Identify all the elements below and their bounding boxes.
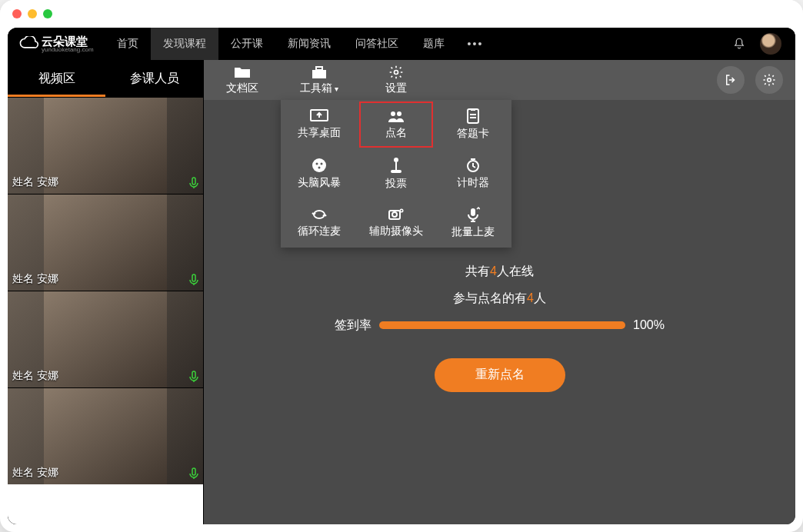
mic-up-icon [466,207,480,222]
svg-point-11 [321,163,323,165]
tool-rollcall[interactable]: 点名 [358,100,435,149]
attendance-rate-row: 签到率 100% [335,318,665,334]
gear-icon [388,65,404,80]
nav-open-class[interactable]: 公开课 [218,28,275,60]
svg-rect-0 [312,70,326,78]
tool-answer-card[interactable]: 答题卡 [435,100,511,149]
tool-timer[interactable]: 计时器 [435,149,511,198]
tool-loop-mic[interactable]: 循环连麦 [281,198,358,248]
participant-name: 姓名 安娜 [12,272,58,286]
mic-icon[interactable] [189,467,198,480]
settings-button[interactable]: 设置 [358,60,435,100]
folder-icon [234,65,251,80]
settings-circle-button[interactable] [755,66,783,94]
nav-more[interactable]: ••• [457,38,495,50]
tool-aux-camera[interactable]: 辅助摄像头 [358,198,435,248]
brand-name: 云朵课堂 [42,35,94,47]
toolbox-button[interactable]: 工具箱 [281,60,358,100]
window-titlebar [0,0,803,28]
tool-batch-mic[interactable]: 批量上麦 [435,198,511,248]
svg-point-12 [318,167,321,169]
rate-value: 100% [633,318,665,332]
close-dot[interactable] [12,9,22,18]
maximize-dot[interactable] [43,9,52,18]
svg-rect-1 [316,67,322,70]
svg-point-3 [768,78,771,82]
video-thumb [44,291,167,387]
video-thumb [44,388,167,484]
tool-share-screen[interactable]: 共享桌面 [281,100,358,149]
minimize-dot[interactable] [28,9,37,18]
toolbox-icon [311,65,328,80]
online-count-text: 共有4人在线 [465,264,534,280]
participant-name: 姓名 安娜 [12,369,58,383]
svg-rect-7 [468,109,478,123]
docs-button[interactable]: 文档区 [204,60,281,100]
participant-name: 姓名 安娜 [12,175,58,189]
tool-brainstorm[interactable]: 头脑风暴 [281,149,358,198]
mic-icon[interactable] [189,177,198,189]
video-thumb [44,98,167,194]
toolbox-menu: 共享桌面 点名 答题卡 头脑风暴 [281,100,511,248]
svg-point-9 [312,158,326,172]
exit-button[interactable] [717,66,745,94]
mic-icon[interactable] [189,371,198,383]
video-list: 姓名 安娜 姓名 安娜 姓名 安娜 姓名 [8,97,203,524]
card-icon [465,108,481,124]
tab-participants[interactable]: 参课人员 [105,60,203,97]
nav-news[interactable]: 新闻资讯 [275,28,343,60]
left-panel: 视频区 参课人员 姓名 安娜 姓名 安娜 [8,60,204,524]
gear-icon [762,73,776,87]
top-nav: 云朵课堂 yunduoketang.com 首页 发现课程 公开课 新闻资讯 问… [8,28,795,60]
video-tile[interactable]: 姓名 安娜 [8,291,203,387]
video-tile[interactable]: 姓名 安娜 [8,97,203,194]
vote-icon [388,157,404,174]
loop-icon [311,208,328,221]
nav-qa[interactable]: 问答社区 [343,28,411,60]
rate-progress-bar [379,321,625,329]
nav-discover[interactable]: 发现课程 [151,28,218,60]
main-toolbar: 文档区 工具箱 设置 [204,60,795,100]
svg-rect-15 [391,170,402,173]
exit-icon [724,73,738,87]
tab-video-area[interactable]: 视频区 [8,60,105,97]
mic-icon[interactable] [189,274,198,286]
rollcall-again-button[interactable]: 重新点名 [435,358,565,392]
timer-icon [465,158,481,173]
main-panel: 文档区 工具箱 设置 [204,60,795,524]
tool-vote[interactable]: 投票 [358,149,435,198]
svg-point-13 [394,158,398,162]
attend-count-text: 参与点名的有4人 [453,291,546,307]
video-thumb [44,195,167,291]
brainstorm-icon [312,158,327,173]
nav-bank[interactable]: 题库 [411,28,457,60]
svg-rect-8 [471,108,475,111]
brand-domain: yunduoketang.com [42,47,94,53]
screen-share-icon [310,109,328,123]
camera-icon [388,208,405,221]
svg-point-10 [316,163,318,165]
video-tile-empty [8,484,203,524]
svg-rect-20 [471,208,475,216]
svg-point-18 [392,212,397,217]
svg-point-6 [397,111,402,116]
user-avatar[interactable] [760,33,781,55]
people-icon [387,109,405,123]
rate-label: 签到率 [335,318,372,334]
video-tile[interactable]: 姓名 安娜 [8,194,203,291]
nav-home[interactable]: 首页 [105,28,151,60]
video-tile[interactable]: 姓名 安娜 [8,387,203,484]
brand-logo[interactable]: 云朵课堂 yunduoketang.com [8,35,105,53]
participant-name: 姓名 安娜 [12,466,58,480]
svg-point-5 [391,111,395,116]
bell-icon[interactable] [732,37,746,51]
svg-rect-14 [395,162,397,170]
svg-point-2 [395,71,398,75]
cloud-icon [18,36,38,52]
